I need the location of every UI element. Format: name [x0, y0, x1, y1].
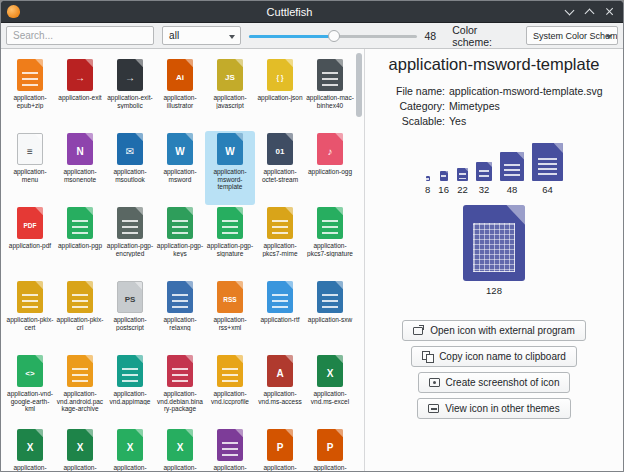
size-preview-label: 22 [457, 184, 468, 195]
slider-handle[interactable] [328, 30, 340, 42]
file-icon: X [117, 429, 143, 461]
icon-grid-item[interactable]: application-vnd.android.package-archive [55, 353, 105, 427]
button-label: Copy icon name to clipboard [439, 351, 566, 362]
file-icon-glyph: X [117, 429, 143, 461]
size-preview-item: 32 [476, 162, 492, 195]
icon-label: application-javascript [206, 94, 254, 109]
file-icon-glyph [267, 207, 293, 239]
icon-label: application-sxw [306, 316, 354, 324]
screenshot-button[interactable]: Create screenshot of icon [418, 372, 571, 393]
icon-grid-item[interactable]: <> application-vnd-google-earth-kml [5, 353, 55, 427]
icon-label: application-pkix-cert [6, 316, 54, 331]
icon-grid-item[interactable]: PS application-postscript [105, 279, 155, 353]
icon-label: application-pgp-signature [206, 242, 254, 257]
icon-label: application-vnd.ms-infopath [206, 464, 254, 471]
icon-grid-item[interactable]: W application-msword-template [205, 131, 255, 205]
scrollbar[interactable] [356, 51, 363, 469]
icon-grid-item[interactable]: application-vnd.ms-infopath [205, 427, 255, 471]
icon-grid-item[interactable]: application-pkix-cert [5, 279, 55, 353]
file-icon [317, 59, 343, 91]
icon-label: application-ogg [306, 168, 354, 176]
close-button[interactable] [599, 1, 619, 23]
icon-grid-item[interactable]: application-pgp-keys [155, 205, 205, 279]
file-icon [67, 281, 93, 313]
icon-grid-item[interactable]: application-mac-binhex40 [305, 57, 355, 131]
file-icon-glyph [167, 281, 193, 313]
file-icon [267, 281, 293, 313]
icon-grid-item[interactable]: ♪ application-ogg [305, 131, 355, 205]
icon-grid-item[interactable]: P application-vnd.ms-powerpoint.a [305, 427, 355, 471]
file-icon: → [117, 59, 143, 91]
icon-grid-item[interactable]: application-pgp [55, 205, 105, 279]
icon-grid-item[interactable]: application-pkcs7-mime [255, 205, 305, 279]
icon-grid-item[interactable]: application-sxw [305, 279, 355, 353]
icon-grid-item[interactable]: ≡ application-menu [5, 131, 55, 205]
file-icon-glyph: <> [17, 355, 43, 387]
icon-grid-item[interactable]: → application-exit [55, 57, 105, 131]
icon-grid-item[interactable]: P application-vnd.ms-powerpoint [255, 427, 305, 471]
file-icon [67, 355, 93, 387]
cuttlefish-window: Cuttlefish all 48 Color scheme: System C… [0, 0, 624, 472]
icon-grid-item[interactable]: RSS application-rss+xml [205, 279, 255, 353]
maximize-button[interactable] [579, 1, 599, 23]
icon-grid-item[interactable]: X application-vnd.ms-excel.addin.m [5, 427, 55, 471]
icon-grid-item[interactable]: application-pgp-signature [205, 205, 255, 279]
icon-grid-item[interactable]: X application-vnd.ms-excel [305, 353, 355, 427]
file-icon-glyph [217, 207, 243, 239]
icon-label: application-epub+zip [6, 94, 54, 109]
copy-name-button[interactable]: Copy icon name to clipboard [411, 346, 577, 367]
icon-grid-item[interactable]: ✉ application-msoutlook [105, 131, 155, 205]
file-icon [167, 281, 193, 313]
color-scheme-dropdown[interactable]: System Color Scheme [526, 26, 618, 45]
icon-grid-item[interactable]: application-vnd.appimage [105, 353, 155, 427]
icon-grid-item[interactable]: X application-vnd.ms-excel.templat [155, 427, 205, 471]
icon-grid-item[interactable]: application-pgp-encrypted [105, 205, 155, 279]
titlebar: Cuttlefish [1, 1, 623, 23]
icon-grid-item[interactable]: X application-vnd.ms-excel.sheet.m [105, 427, 155, 471]
icon-grid-item[interactable]: application-epub+zip [5, 57, 55, 131]
icon-grid-item[interactable]: { } application-json [255, 57, 305, 131]
icon-grid-item[interactable]: → application-exit-symbolic [105, 57, 155, 131]
icon-size-slider[interactable] [249, 27, 417, 45]
file-icon: PS [117, 281, 143, 313]
icon-grid-item[interactable]: A application-vnd.ms-access [255, 353, 305, 427]
icon-grid-item[interactable]: PDF application-pdf [5, 205, 55, 279]
file-icon-glyph: ≡ [18, 134, 42, 164]
file-icon-glyph: N [67, 133, 93, 165]
file-icon: A [267, 355, 293, 387]
icon-grid: application-epub+zip → application-exit … [1, 49, 364, 471]
view-other-themes-button[interactable]: View icon in other themes [417, 398, 570, 419]
icon-grid-item[interactable]: W application-msword [155, 131, 205, 205]
file-icon-glyph: X [317, 355, 343, 387]
file-icon-glyph [217, 355, 243, 387]
icon-grid-item[interactable]: Ai application-illustrator [155, 57, 205, 131]
category-dropdown[interactable]: all [162, 26, 240, 45]
icon-grid-item[interactable]: application-rtf [255, 279, 305, 353]
icon-grid-item[interactable]: JS application-javascript [205, 57, 255, 131]
icon-grid-item[interactable]: 01 application-octet-stream [255, 131, 305, 205]
scrollbar-thumb[interactable] [356, 53, 362, 117]
icon-grid-item[interactable]: application-vnd.debian.binary-package [155, 353, 205, 427]
detail-value: Mimetypes [449, 99, 500, 114]
search-input[interactable] [6, 26, 154, 45]
file-icon: 01 [267, 133, 293, 165]
icon-label: application-relaxng [156, 316, 204, 331]
icon-grid-item[interactable]: application-pkix-crl [55, 279, 105, 353]
file-icon-glyph: X [67, 429, 93, 461]
file-icon-glyph: P [317, 429, 343, 461]
icon-grid-item[interactable]: N application-msonenote [55, 131, 105, 205]
detail-row: Category: Mimetypes [381, 99, 613, 114]
icon-grid-item[interactable]: application-pkcs7-signature [305, 205, 355, 279]
file-icon-glyph [317, 281, 343, 313]
size-preview-icon [476, 162, 492, 181]
icon-label: application-vnd.ms-powerpoint [256, 464, 304, 471]
minimize-button[interactable] [559, 1, 579, 23]
open-external-button[interactable]: Open icon with external program [402, 320, 586, 341]
icon-grid-item[interactable]: application-vnd.iccprofile [205, 353, 255, 427]
icon-label: application-rtf [256, 316, 304, 324]
large-preview-label: 128 [486, 285, 502, 296]
maximize-icon [584, 8, 594, 18]
icon-grid-item[interactable]: X application-vnd.ms-excel.sheet.bi [55, 427, 105, 471]
icon-grid-item[interactable]: application-relaxng [155, 279, 205, 353]
icon-label: application-vnd.iccprofile [206, 390, 254, 405]
